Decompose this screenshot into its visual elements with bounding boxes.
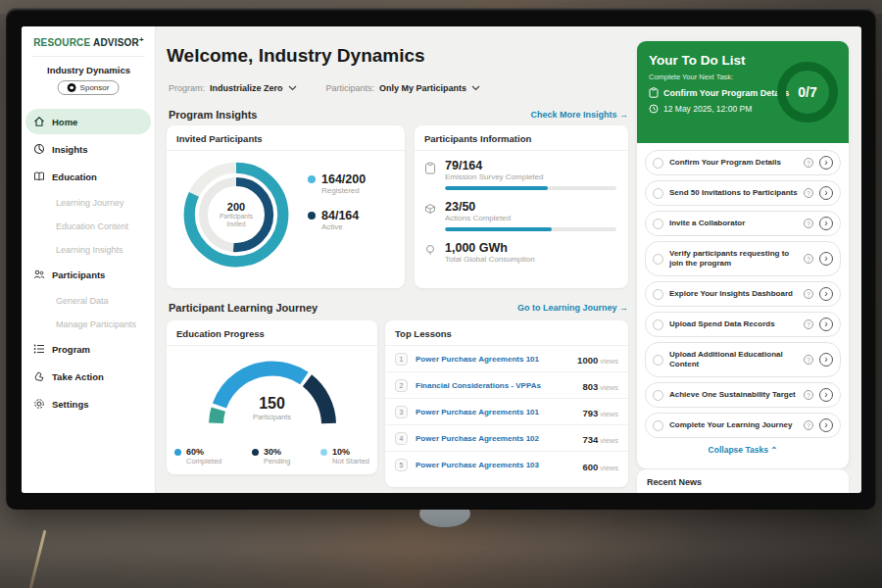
app-logo: RESOURCE ADVISOR+ (22, 35, 156, 48)
task-row[interactable]: Achieve One Sustainability Target ? › (645, 382, 841, 408)
logo-resource: RESOURCE (33, 37, 90, 48)
lesson-link[interactable]: Power Purchase Agreements 101 (416, 408, 574, 416)
lesson-row: 5 Power Purchase Agreements 103 600views (385, 452, 628, 478)
task-row[interactable]: Upload Additional Educational Content ? … (645, 342, 841, 377)
checkbox-icon[interactable] (653, 219, 663, 229)
chevron-right-icon[interactable]: › (819, 287, 833, 301)
info-icon[interactable]: ? (804, 319, 813, 329)
checkbox-icon[interactable] (653, 319, 663, 330)
invited-participants-donut: 200 Participants Invited (176, 155, 296, 274)
lesson-link[interactable]: Power Purchase Agreements 103 (416, 461, 574, 469)
lesson-rank: 3 (395, 406, 408, 418)
sidebar-item-label: Insights (52, 144, 87, 155)
invited-participants-title: Invited Participants (167, 125, 405, 151)
info-icon[interactable]: ? (804, 289, 813, 299)
lesson-link[interactable]: Financial Considerations - VPPAs (416, 381, 574, 390)
task-row[interactable]: Invite a Collaborator ? › (645, 211, 841, 236)
sidebar-item-participants[interactable]: Participants (25, 262, 151, 287)
lesson-rank: 4 (395, 432, 408, 445)
recent-news-card: Recent News (637, 469, 849, 493)
task-row[interactable]: Complete Your Learning Journey ? › (645, 413, 841, 438)
sidebar-item-general-data[interactable]: General Data (25, 289, 151, 313)
education-icon (33, 171, 45, 182)
info-icon[interactable]: ? (804, 254, 813, 264)
sidebar-item-education-content[interactable]: Education Content (25, 215, 151, 238)
sidebar-item-education[interactable]: Education (25, 164, 151, 189)
checkbox-icon[interactable] (653, 254, 663, 265)
sidebar-item-label: Program (52, 344, 90, 355)
survey-icon (424, 159, 437, 192)
home-icon (33, 116, 45, 127)
info-icon[interactable]: ? (804, 188, 813, 198)
checkbox-icon[interactable] (653, 158, 663, 169)
checkbox-icon[interactable] (653, 289, 663, 300)
legend-item-active: 84/164 Active (308, 209, 366, 231)
checkbox-icon[interactable] (653, 188, 663, 199)
chevron-right-icon[interactable]: › (819, 186, 833, 200)
sidebar-item-label: Home (52, 117, 77, 127)
info-icon[interactable]: ? (804, 390, 813, 400)
collapse-tasks-link[interactable]: Collapse Tasks ⌃ (645, 443, 841, 455)
chevron-right-icon[interactable]: › (819, 418, 833, 432)
todo-task-list: Confirm Your Program Details ? › Send 50… (637, 143, 849, 455)
program-insights-header: Program Insights Check More Insights → (169, 109, 628, 121)
todo-next-task: Confirm Your Program Details (663, 88, 789, 98)
sidebar-item-learning-journey[interactable]: Learning Journey (25, 191, 151, 215)
info-icon[interactable]: ? (804, 420, 813, 430)
legend-item-not-started: 10% Not Started (320, 447, 369, 466)
task-row[interactable]: Upload Spend Data Records ? › (645, 312, 841, 337)
task-row[interactable]: Confirm Your Program Details ? › (645, 150, 841, 175)
chevron-up-icon: ⌃ (770, 445, 777, 455)
lesson-link[interactable]: Power Purchase Agreements 102 (416, 434, 574, 443)
sidebar-item-program[interactable]: Program (25, 336, 151, 362)
checkbox-icon[interactable] (653, 355, 663, 366)
sidebar-item-home[interactable]: Home (25, 109, 151, 134)
legend-dot (252, 449, 259, 456)
chevron-right-icon[interactable]: › (819, 252, 833, 266)
org-name: Industry Dynamics (22, 65, 156, 75)
education-progress-title: Education Progress (167, 320, 377, 346)
sidebar-item-settings[interactable]: Settings (25, 391, 151, 416)
participants-icon (33, 269, 45, 280)
chevron-right-icon[interactable]: › (819, 217, 833, 230)
checkbox-icon[interactable] (653, 390, 663, 401)
info-icon[interactable]: ? (804, 158, 813, 168)
chevron-right-icon[interactable]: › (819, 318, 833, 331)
lesson-row: 1 Power Purchase Agreements 101 1000view… (385, 346, 628, 372)
filters-row: Program: Industrialize Zero Participants… (169, 83, 480, 93)
learning-journey-header: Participant Learning Journey Go to Learn… (169, 302, 628, 314)
chevron-right-icon[interactable]: › (819, 388, 833, 402)
clock-icon (649, 104, 659, 114)
sidebar-item-manage-participants[interactable]: Manage Participants (25, 313, 151, 336)
invited-participants-card: Invited Participants 200 Participants In… (167, 125, 405, 288)
gauge-center: 150 Participants (199, 395, 346, 421)
actions-progress-bar (445, 227, 616, 231)
program-dropdown[interactable]: Program: Industrialize Zero (169, 83, 297, 93)
checkbox-icon[interactable] (653, 420, 663, 431)
info-icon[interactable]: ? (804, 355, 813, 365)
actions-icon (424, 200, 437, 233)
chevron-right-icon[interactable]: › (819, 353, 833, 367)
task-row[interactable]: Verify participants requesting to join t… (645, 241, 841, 276)
sponsor-label: Sponsor (80, 83, 110, 92)
todo-counter: 0/7 (798, 84, 816, 100)
stat-emission-survey: 79/164 Emission Survey Completed (415, 151, 628, 192)
sidebar-item-label: Education (52, 172, 97, 182)
lesson-link[interactable]: Power Purchase Agreements 101 (416, 355, 569, 364)
go-to-learning-journey-link[interactable]: Go to Learning Journey → (517, 303, 628, 313)
check-more-insights-link[interactable]: Check More Insights → (530, 110, 628, 120)
task-row[interactable]: Explore Your Insights Dashboard ? › (645, 281, 841, 307)
sponsor-badge[interactable]: Sponsor (58, 80, 120, 95)
todo-datetime: 12 May 2025, 12:00 PM (663, 104, 752, 114)
sidebar-item-take-action[interactable]: Take Action (25, 364, 151, 389)
task-row[interactable]: Send 50 Invitations to Participants ? › (645, 180, 841, 206)
participants-dropdown[interactable]: Participants: Only My Participants (326, 83, 481, 93)
lesson-row: 3 Power Purchase Agreements 101 793views (385, 399, 628, 425)
sidebar-item-insights[interactable]: Insights (25, 136, 151, 162)
monitor-bezel: RESOURCE ADVISOR+ Industry Dynamics Spon… (6, 8, 876, 510)
stat-consumption: 1,000 GWh Total Global Consumption (415, 233, 628, 269)
chevron-right-icon[interactable]: › (819, 156, 833, 170)
invited-legend: 164/200 Registered 84/164 Active (308, 172, 366, 245)
info-icon[interactable]: ? (804, 219, 813, 228)
sidebar-item-learning-insights[interactable]: Learning Insights (25, 238, 151, 262)
